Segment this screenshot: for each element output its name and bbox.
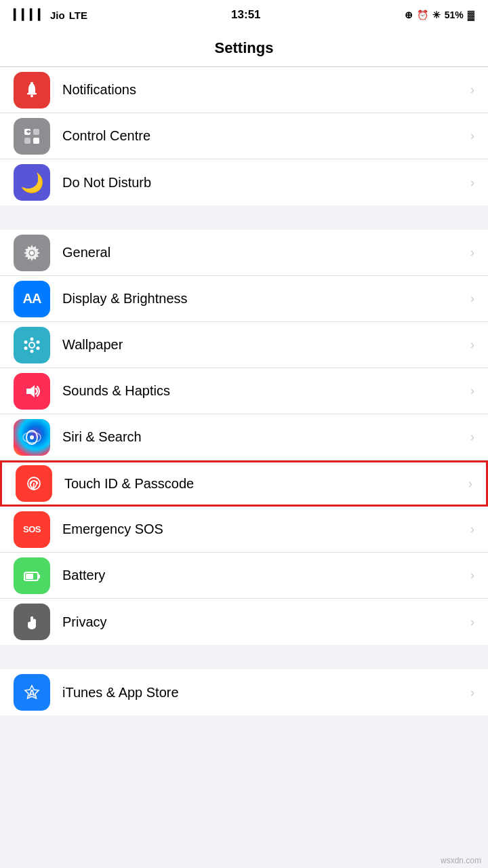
- svg-rect-5: [33, 129, 39, 135]
- network-label: LTE: [69, 9, 87, 21]
- settings-item-do-not-disturb[interactable]: 🌙 Do Not Disturb ›: [0, 159, 488, 205]
- status-left: ▎▎▎▎ Jio LTE: [14, 9, 87, 21]
- privacy-chevron: ›: [470, 615, 474, 629]
- carrier-label: Jio: [50, 9, 65, 21]
- page-header: Settings: [0, 30, 488, 67]
- svg-point-18: [30, 349, 34, 353]
- wallpaper-icon: [14, 327, 50, 363]
- privacy-icon: [14, 604, 50, 640]
- section-store: A iTunes & App Store ›: [0, 669, 488, 715]
- emergency-sos-icon: SOS: [14, 511, 50, 548]
- status-time: 13:51: [231, 8, 260, 22]
- sounds-haptics-chevron: ›: [470, 384, 474, 398]
- svg-point-15: [30, 337, 34, 340]
- siri-search-label: Siri & Search: [62, 429, 465, 445]
- svg-text:A: A: [28, 688, 35, 698]
- itunes-app-store-label: iTunes & App Store: [62, 685, 465, 701]
- settings-item-touch-id-passcode[interactable]: Touch ID & Passcode ›: [0, 460, 488, 507]
- general-label: General: [62, 245, 465, 260]
- settings-item-battery[interactable]: Battery ›: [0, 553, 488, 599]
- settings-item-general[interactable]: General ›: [0, 230, 488, 276]
- svg-rect-3: [30, 82, 33, 83]
- page-title: Settings: [0, 39, 488, 57]
- general-icon: [14, 235, 50, 271]
- watermark: wsxdn.com: [441, 856, 481, 865]
- sounds-haptics-label: Sounds & Haptics: [62, 383, 465, 399]
- svg-rect-27: [38, 574, 40, 578]
- svg-rect-1: [27, 93, 37, 95]
- emergency-sos-chevron: ›: [470, 522, 474, 536]
- signal-icon: ▎▎▎▎: [14, 9, 46, 21]
- sounds-haptics-icon: [14, 373, 50, 410]
- svg-rect-7: [33, 138, 39, 144]
- svg-rect-26: [26, 574, 33, 579]
- svg-point-14: [30, 343, 34, 347]
- alarm-icon: ⏰: [417, 9, 428, 20]
- svg-point-2: [30, 94, 33, 97]
- bluetooth-icon: ✳: [432, 9, 441, 20]
- control-centre-icon: [14, 118, 50, 155]
- display-brightness-chevron: ›: [470, 292, 474, 306]
- itunes-app-store-icon: A: [14, 674, 50, 711]
- settings-item-privacy[interactable]: Privacy ›: [0, 599, 488, 645]
- svg-point-12: [30, 251, 34, 255]
- battery-percent: 51%: [445, 9, 464, 20]
- siri-search-chevron: ›: [470, 430, 474, 444]
- settings-item-wallpaper[interactable]: Wallpaper ›: [0, 322, 488, 368]
- svg-rect-6: [24, 138, 30, 144]
- section-notifications: Notifications › Control Centre › 🌙: [0, 67, 488, 205]
- do-not-disturb-icon: 🌙: [14, 164, 50, 201]
- svg-point-20: [24, 340, 28, 344]
- battery-icon: ▓: [468, 9, 474, 20]
- settings-list-3: A iTunes & App Store ›: [0, 669, 488, 715]
- notifications-chevron: ›: [470, 83, 474, 97]
- siri-search-icon: [14, 419, 50, 456]
- status-bar: ▎▎▎▎ Jio LTE 13:51 ⊕ ⏰ ✳ 51% ▓: [0, 0, 488, 30]
- wallpaper-label: Wallpaper: [62, 337, 465, 353]
- touch-id-passcode-icon: [16, 465, 52, 502]
- touch-id-passcode-label: Touch ID & Passcode: [64, 476, 463, 492]
- do-not-disturb-chevron: ›: [470, 176, 474, 190]
- touch-id-passcode-chevron: ›: [468, 477, 472, 491]
- control-centre-label: Control Centre: [62, 128, 465, 144]
- svg-point-16: [37, 340, 40, 344]
- battery-label: Battery: [62, 568, 465, 583]
- settings-item-emergency-sos[interactable]: SOS Emergency SOS ›: [0, 507, 488, 553]
- display-brightness-icon: AA: [14, 281, 50, 317]
- svg-rect-9: [26, 131, 30, 132]
- svg-point-17: [37, 347, 40, 350]
- notifications-label: Notifications: [62, 82, 465, 98]
- display-brightness-label: Display & Brightness: [62, 291, 465, 307]
- settings-item-itunes-app-store[interactable]: A iTunes & App Store ›: [0, 669, 488, 715]
- settings-item-siri-search[interactable]: Siri & Search ›: [0, 414, 488, 460]
- settings-item-display-brightness[interactable]: AA Display & Brightness ›: [0, 276, 488, 322]
- battery-chevron: ›: [470, 568, 474, 583]
- settings-list-1: Notifications › Control Centre › 🌙: [0, 67, 488, 205]
- settings-list-2: General › AA Display & Brightness ›: [0, 230, 488, 645]
- status-right: ⊕ ⏰ ✳ 51% ▓: [405, 9, 474, 20]
- settings-item-notifications[interactable]: Notifications ›: [0, 67, 488, 113]
- location-icon: ⊕: [405, 9, 413, 20]
- section-gap-2: [0, 645, 488, 669]
- emergency-sos-label: Emergency SOS: [62, 521, 465, 537]
- wallpaper-chevron: ›: [470, 338, 474, 352]
- svg-point-24: [30, 435, 34, 439]
- section-general: General › AA Display & Brightness ›: [0, 230, 488, 645]
- section-gap-1: [0, 205, 488, 230]
- control-centre-chevron: ›: [470, 129, 474, 143]
- settings-item-sounds-haptics[interactable]: Sounds & Haptics ›: [0, 368, 488, 414]
- do-not-disturb-label: Do Not Disturb: [62, 175, 465, 191]
- settings-item-control-centre[interactable]: Control Centre ›: [0, 113, 488, 159]
- svg-point-19: [24, 347, 28, 350]
- general-chevron: ›: [470, 245, 474, 260]
- notifications-icon: [14, 72, 50, 108]
- battery-icon: [14, 557, 50, 594]
- svg-marker-21: [26, 385, 35, 397]
- itunes-app-store-chevron: ›: [470, 686, 474, 700]
- privacy-label: Privacy: [62, 614, 465, 630]
